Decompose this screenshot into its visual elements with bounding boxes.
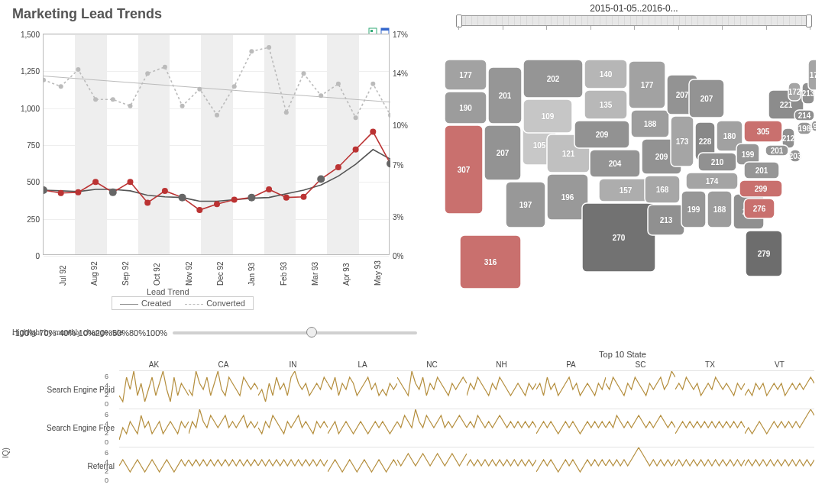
state-value-DE: 203 xyxy=(789,152,802,160)
state-value-MI: 207 xyxy=(700,95,713,103)
svg-point-37 xyxy=(145,71,150,76)
page-title: Marketing Lead Trends xyxy=(12,6,162,22)
state-value-NJ: 212 xyxy=(782,134,795,143)
y-left-tick: 250 xyxy=(14,215,40,224)
state-value-PA: 305 xyxy=(757,128,770,136)
legend-created: Created xyxy=(120,299,171,308)
svg-point-15 xyxy=(231,197,238,203)
sm-cell-IN-1[interactable] xyxy=(258,409,328,447)
sm-cell-VT-1[interactable] xyxy=(745,409,814,447)
highlight-ticks: -100%-70%-40%-10%20%50%80%100% xyxy=(12,328,417,338)
sm-cell-VT-0[interactable] xyxy=(745,370,814,409)
svg-point-13 xyxy=(196,207,202,213)
sm-cell-CA-0[interactable] xyxy=(189,370,258,409)
sm-cell-CA-1[interactable] xyxy=(189,409,258,447)
sm-cell-SC-0[interactable] xyxy=(606,370,675,409)
sm-cell-TX-0[interactable] xyxy=(675,370,745,409)
sm-cell-NH-2[interactable] xyxy=(467,447,536,485)
sm-cell-VT-2[interactable] xyxy=(745,447,814,485)
state-value-TX: 270 xyxy=(613,234,626,242)
legend-title: Lead Trend xyxy=(147,287,189,296)
state-value-NM: 196 xyxy=(561,193,574,202)
sm-cell-LA-2[interactable] xyxy=(328,447,397,485)
x-tick: Sep 92 xyxy=(121,261,130,286)
date-range-slider[interactable]: 2015-01-05..2016-0... xyxy=(458,3,810,34)
state-value-UT: 105 xyxy=(533,141,546,150)
state-value-SC: 276 xyxy=(753,205,766,213)
x-tick: Mar 93 xyxy=(311,262,319,286)
sm-cell-PA-1[interactable] xyxy=(536,409,606,447)
sm-cell-PA-2[interactable] xyxy=(536,447,606,485)
sm-col-NH: NH xyxy=(467,359,536,370)
sm-cell-NH-0[interactable] xyxy=(467,370,536,409)
state-value-AR: 168 xyxy=(656,186,669,194)
state-value-MN: 177 xyxy=(641,81,654,89)
sm-cell-NC-1[interactable] xyxy=(397,409,467,447)
y-right-tick: 3% xyxy=(393,213,414,221)
svg-rect-1 xyxy=(370,30,373,32)
svg-point-22 xyxy=(353,147,359,153)
svg-point-18 xyxy=(283,195,290,201)
state-value-MD: 201 xyxy=(771,147,784,155)
sm-col-NC: NC xyxy=(397,359,467,370)
us-map[interactable]: 1771903072012071051972021091211961401352… xyxy=(429,37,816,319)
sm-yticks: 6420 xyxy=(101,373,108,409)
sm-cell-IN-0[interactable] xyxy=(258,370,328,409)
x-tick: Apr 93 xyxy=(342,263,351,286)
sm-cell-PA-0[interactable] xyxy=(536,370,606,409)
state-value-CO: 121 xyxy=(562,150,575,158)
y-left-tick: 750 xyxy=(14,141,40,150)
small-multiples-title: Top 10 State xyxy=(428,350,817,359)
state-value-KS: 204 xyxy=(609,160,622,168)
svg-point-29 xyxy=(317,175,325,183)
sm-cell-SC-1[interactable] xyxy=(606,409,675,447)
sm-cell-SC-2[interactable] xyxy=(606,447,675,485)
sm-cell-AK-0[interactable] xyxy=(119,370,189,409)
small-multiples-grid: AKCAINLANCNHPASCTXVT Search Engine PaidS… xyxy=(12,359,814,485)
state-value-NY: 221 xyxy=(780,101,793,109)
svg-point-33 xyxy=(76,67,80,72)
sm-cell-AK-1[interactable] xyxy=(119,409,189,447)
state-value-OR: 190 xyxy=(459,104,472,112)
date-range-track[interactable] xyxy=(458,15,810,26)
date-range-label: 2015-01-05..2016-0... xyxy=(458,3,810,14)
legend-converted: Converted xyxy=(185,299,245,308)
sm-cell-LA-1[interactable] xyxy=(328,409,397,447)
state-value-VT: 172 xyxy=(788,88,801,96)
state-value-NE: 209 xyxy=(596,131,609,139)
sm-col-PA: PA xyxy=(536,359,606,370)
svg-point-41 xyxy=(215,113,219,118)
state-value-WA: 177 xyxy=(459,71,472,79)
chart-legend: Created Converted xyxy=(112,296,254,310)
sm-cell-TX-2[interactable] xyxy=(675,447,745,485)
sm-cell-NC-0[interactable] xyxy=(397,370,467,409)
sm-cell-TX-1[interactable] xyxy=(675,409,745,447)
sm-cell-NH-1[interactable] xyxy=(467,409,536,447)
sm-cell-IN-2[interactable] xyxy=(258,447,328,485)
sm-cell-NC-2[interactable] xyxy=(397,447,467,485)
svg-point-31 xyxy=(44,78,46,82)
sm-cell-LA-0[interactable] xyxy=(328,370,397,409)
svg-point-43 xyxy=(249,49,254,53)
state-value-RI: 194 xyxy=(809,122,816,131)
state-value-WV: 199 xyxy=(742,150,755,159)
svg-point-44 xyxy=(267,45,271,50)
state-value-IL: 173 xyxy=(676,137,689,146)
state-value-MO: 209 xyxy=(655,153,668,161)
chart-plot-area[interactable] xyxy=(43,34,390,255)
small-multiples-yaxis-label: IQ) xyxy=(2,447,10,458)
sm-cell-CA-2[interactable] xyxy=(189,447,258,485)
svg-point-45 xyxy=(284,110,289,115)
state-value-TN: 174 xyxy=(706,177,719,186)
sm-cell-AK-2[interactable] xyxy=(119,447,189,485)
state-value-WI: 207 xyxy=(676,91,689,99)
x-tick: Oct 92 xyxy=(153,263,161,286)
y-right-tick: 0% xyxy=(393,252,414,260)
svg-point-35 xyxy=(111,97,115,102)
x-tick: Aug 92 xyxy=(90,261,99,286)
svg-point-32 xyxy=(59,84,63,89)
svg-point-7 xyxy=(92,179,99,185)
x-tick: Jan 93 xyxy=(247,263,256,286)
svg-point-5 xyxy=(58,190,64,196)
svg-point-38 xyxy=(163,65,167,69)
